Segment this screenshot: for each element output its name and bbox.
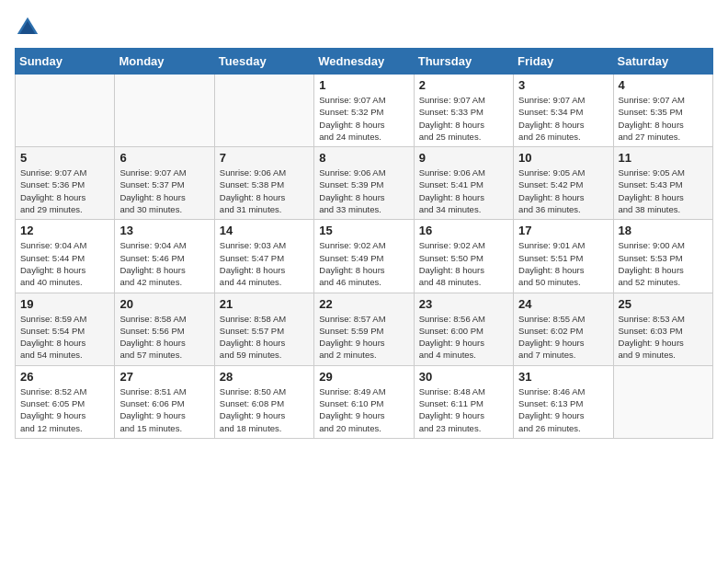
calendar-cell: 26Sunrise: 8:52 AM Sunset: 6:05 PM Dayli… <box>16 365 115 438</box>
day-number: 25 <box>619 297 708 311</box>
day-info: Sunrise: 8:55 AM Sunset: 6:02 PM Dayligh… <box>518 313 608 362</box>
day-info: Sunrise: 9:01 AM Sunset: 5:51 PM Dayligh… <box>518 239 608 288</box>
day-info: Sunrise: 8:58 AM Sunset: 5:57 PM Dayligh… <box>220 313 309 362</box>
day-info: Sunrise: 9:04 AM Sunset: 5:46 PM Dayligh… <box>119 239 209 288</box>
logo <box>15 15 46 40</box>
day-info: Sunrise: 9:07 AM Sunset: 5:32 PM Dayligh… <box>319 94 408 143</box>
calendar-cell: 13Sunrise: 9:04 AM Sunset: 5:46 PM Dayli… <box>115 220 214 293</box>
day-info: Sunrise: 9:00 AM Sunset: 5:53 PM Dayligh… <box>619 239 708 288</box>
day-number: 2 <box>419 78 508 92</box>
calendar-week-4: 19Sunrise: 8:59 AM Sunset: 5:54 PM Dayli… <box>16 293 713 365</box>
calendar-cell: 7Sunrise: 9:06 AM Sunset: 5:38 PM Daylig… <box>214 147 313 220</box>
logo-icon <box>15 15 40 40</box>
day-header-sunday: Sunday <box>16 49 115 75</box>
calendar-cell: 22Sunrise: 8:57 AM Sunset: 5:59 PM Dayli… <box>314 293 414 365</box>
day-info: Sunrise: 9:07 AM Sunset: 5:36 PM Dayligh… <box>20 167 109 215</box>
day-number: 16 <box>419 224 508 237</box>
calendar-cell: 11Sunrise: 9:05 AM Sunset: 5:43 PM Dayli… <box>613 147 712 220</box>
day-info: Sunrise: 8:57 AM Sunset: 5:59 PM Dayligh… <box>319 313 408 362</box>
day-info: Sunrise: 8:48 AM Sunset: 6:11 PM Dayligh… <box>419 385 508 434</box>
day-number: 14 <box>220 224 309 237</box>
day-info: Sunrise: 9:07 AM Sunset: 5:37 PM Dayligh… <box>119 167 209 215</box>
day-info: Sunrise: 9:02 AM Sunset: 5:49 PM Dayligh… <box>319 239 408 288</box>
calendar-cell: 17Sunrise: 9:01 AM Sunset: 5:51 PM Dayli… <box>514 220 613 293</box>
day-header-friday: Friday <box>514 49 613 75</box>
day-number: 28 <box>220 370 309 384</box>
calendar-cell: 20Sunrise: 8:58 AM Sunset: 5:56 PM Dayli… <box>115 293 214 365</box>
day-info: Sunrise: 9:05 AM Sunset: 5:43 PM Dayligh… <box>619 167 708 215</box>
calendar-cell: 2Sunrise: 9:07 AM Sunset: 5:33 PM Daylig… <box>414 75 513 147</box>
day-info: Sunrise: 9:06 AM Sunset: 5:38 PM Dayligh… <box>220 167 309 215</box>
calendar-cell <box>214 75 313 147</box>
day-number: 15 <box>319 224 408 237</box>
day-number: 31 <box>518 370 608 384</box>
day-number: 19 <box>20 297 109 311</box>
day-number: 10 <box>518 151 608 165</box>
day-info: Sunrise: 9:07 AM Sunset: 5:35 PM Dayligh… <box>619 94 708 143</box>
day-number: 6 <box>119 151 209 165</box>
calendar-table: SundayMondayTuesdayWednesdayThursdayFrid… <box>15 48 713 439</box>
day-info: Sunrise: 9:03 AM Sunset: 5:47 PM Dayligh… <box>220 239 309 288</box>
day-header-monday: Monday <box>115 49 214 75</box>
calendar-cell: 31Sunrise: 8:46 AM Sunset: 6:13 PM Dayli… <box>514 365 613 438</box>
calendar-cell: 29Sunrise: 8:49 AM Sunset: 6:10 PM Dayli… <box>314 365 414 438</box>
calendar-cell: 28Sunrise: 8:50 AM Sunset: 6:08 PM Dayli… <box>214 365 313 438</box>
day-info: Sunrise: 9:05 AM Sunset: 5:42 PM Dayligh… <box>518 167 608 215</box>
calendar-cell: 27Sunrise: 8:51 AM Sunset: 6:06 PM Dayli… <box>115 365 214 438</box>
day-number: 1 <box>319 78 408 92</box>
day-number: 23 <box>419 297 508 311</box>
day-number: 24 <box>518 297 608 311</box>
day-number: 21 <box>220 297 309 311</box>
day-number: 18 <box>619 224 708 237</box>
day-header-saturday: Saturday <box>613 49 712 75</box>
day-info: Sunrise: 9:04 AM Sunset: 5:44 PM Dayligh… <box>20 239 109 288</box>
day-number: 29 <box>319 370 408 384</box>
calendar-cell <box>16 75 115 147</box>
day-number: 5 <box>20 151 109 165</box>
calendar-cell: 1Sunrise: 9:07 AM Sunset: 5:32 PM Daylig… <box>314 75 414 147</box>
day-number: 20 <box>119 297 209 311</box>
calendar-cell: 8Sunrise: 9:06 AM Sunset: 5:39 PM Daylig… <box>314 147 414 220</box>
calendar-cell: 24Sunrise: 8:55 AM Sunset: 6:02 PM Dayli… <box>514 293 613 365</box>
calendar-week-5: 26Sunrise: 8:52 AM Sunset: 6:05 PM Dayli… <box>16 365 713 438</box>
day-headers-row: SundayMondayTuesdayWednesdayThursdayFrid… <box>16 49 713 75</box>
day-info: Sunrise: 8:58 AM Sunset: 5:56 PM Dayligh… <box>119 313 209 362</box>
calendar-cell: 15Sunrise: 9:02 AM Sunset: 5:49 PM Dayli… <box>314 220 414 293</box>
day-number: 13 <box>119 224 209 237</box>
calendar-header: SundayMondayTuesdayWednesdayThursdayFrid… <box>16 49 713 75</box>
calendar-cell: 30Sunrise: 8:48 AM Sunset: 6:11 PM Dayli… <box>414 365 513 438</box>
day-header-tuesday: Tuesday <box>214 49 313 75</box>
day-info: Sunrise: 9:02 AM Sunset: 5:50 PM Dayligh… <box>419 239 508 288</box>
day-header-wednesday: Wednesday <box>314 49 414 75</box>
day-number: 8 <box>319 151 408 165</box>
calendar-cell: 6Sunrise: 9:07 AM Sunset: 5:37 PM Daylig… <box>115 147 214 220</box>
day-info: Sunrise: 8:52 AM Sunset: 6:05 PM Dayligh… <box>20 385 109 434</box>
day-info: Sunrise: 8:50 AM Sunset: 6:08 PM Dayligh… <box>220 385 309 434</box>
day-number: 30 <box>419 370 508 384</box>
day-info: Sunrise: 8:53 AM Sunset: 6:03 PM Dayligh… <box>619 313 708 362</box>
calendar-cell: 5Sunrise: 9:07 AM Sunset: 5:36 PM Daylig… <box>16 147 115 220</box>
day-info: Sunrise: 8:56 AM Sunset: 6:00 PM Dayligh… <box>419 313 508 362</box>
day-info: Sunrise: 8:59 AM Sunset: 5:54 PM Dayligh… <box>20 313 109 362</box>
calendar-week-1: 1Sunrise: 9:07 AM Sunset: 5:32 PM Daylig… <box>16 75 713 147</box>
calendar-cell: 18Sunrise: 9:00 AM Sunset: 5:53 PM Dayli… <box>613 220 712 293</box>
calendar-cell: 3Sunrise: 9:07 AM Sunset: 5:34 PM Daylig… <box>514 75 613 147</box>
day-info: Sunrise: 8:51 AM Sunset: 6:06 PM Dayligh… <box>119 385 209 434</box>
day-info: Sunrise: 9:07 AM Sunset: 5:33 PM Dayligh… <box>419 94 508 143</box>
calendar-cell: 4Sunrise: 9:07 AM Sunset: 5:35 PM Daylig… <box>613 75 712 147</box>
day-number: 17 <box>518 224 608 237</box>
calendar-cell: 14Sunrise: 9:03 AM Sunset: 5:47 PM Dayli… <box>214 220 313 293</box>
page-header <box>15 15 713 40</box>
day-number: 3 <box>518 78 608 92</box>
day-info: Sunrise: 8:46 AM Sunset: 6:13 PM Dayligh… <box>518 385 608 434</box>
calendar-cell <box>613 365 712 438</box>
day-number: 26 <box>20 370 109 384</box>
day-info: Sunrise: 8:49 AM Sunset: 6:10 PM Dayligh… <box>319 385 408 434</box>
calendar-cell: 23Sunrise: 8:56 AM Sunset: 6:00 PM Dayli… <box>414 293 513 365</box>
day-info: Sunrise: 9:06 AM Sunset: 5:41 PM Dayligh… <box>419 167 508 215</box>
calendar-cell <box>115 75 214 147</box>
calendar-cell: 10Sunrise: 9:05 AM Sunset: 5:42 PM Dayli… <box>514 147 613 220</box>
calendar-cell: 25Sunrise: 8:53 AM Sunset: 6:03 PM Dayli… <box>613 293 712 365</box>
day-number: 22 <box>319 297 408 311</box>
day-number: 4 <box>619 78 708 92</box>
